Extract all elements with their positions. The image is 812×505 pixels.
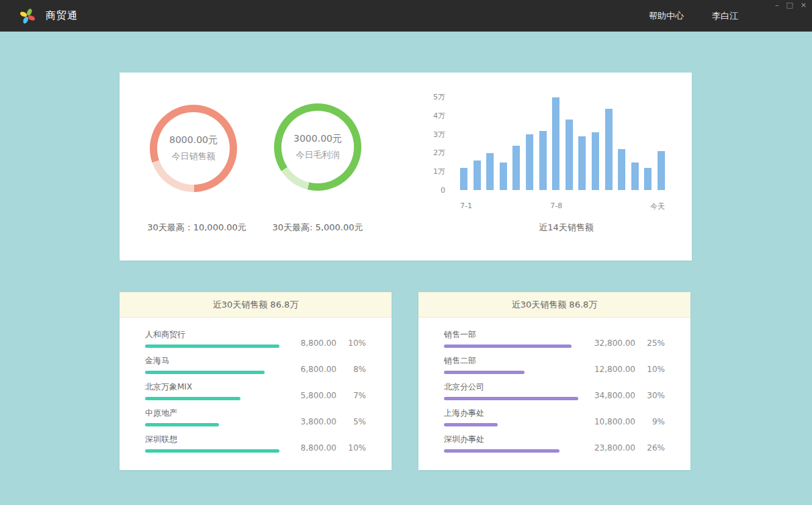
- sales-bar-chart-plot: [460, 97, 665, 190]
- ranking-item-figures: 23,800.0026%: [594, 443, 665, 453]
- chart-bar: [618, 149, 625, 190]
- sales-chart-title: 近14天销售额: [489, 222, 643, 234]
- ranking-item-percent: 26%: [646, 443, 665, 453]
- ranking-item-bar: [444, 345, 572, 348]
- today-profit-donut: 3000.00元 今日毛利润: [274, 103, 361, 191]
- ranking-item-track: [145, 423, 279, 426]
- chart-bar: [644, 168, 651, 190]
- ranking-item-track: [444, 371, 578, 374]
- ranking-item-percent: 10%: [646, 365, 665, 374]
- today-sales-donut: 8000.00元 今日销售额: [150, 105, 237, 192]
- x-tick: 今天: [650, 201, 665, 212]
- ranking-item-figures: 10,800.009%: [594, 417, 665, 426]
- ranking-item-track: [444, 345, 578, 348]
- x-tick: 7-8: [550, 201, 562, 210]
- ranking-row: 深圳联想8,800.0010%: [145, 432, 366, 458]
- today-profit-donut-center: 3000.00元 今日毛利润: [281, 111, 354, 183]
- y-tick: 1万: [433, 168, 445, 176]
- chart-bar: [552, 97, 559, 190]
- ranking-item-bar: [145, 449, 279, 453]
- topbar-links: 帮助中心 李白江: [649, 0, 738, 32]
- ranking-item-track: [444, 423, 578, 426]
- chart-bar: [500, 163, 507, 190]
- ranking-item-figures: 12,800.0010%: [594, 365, 665, 374]
- ranking-item-figures: 3,800.005%: [301, 417, 366, 426]
- maximize-icon[interactable]: □: [786, 1, 793, 9]
- ranking-item-percent: 30%: [646, 391, 665, 400]
- ranking-item-bar: [444, 371, 525, 374]
- chart-bar: [539, 131, 547, 190]
- ranking-row: 销售二部12,800.0010%: [444, 353, 665, 379]
- y-tick: 3万: [433, 131, 445, 139]
- chart-bar: [658, 151, 665, 190]
- chart-bar: [578, 136, 586, 190]
- x-tick: 7-1: [460, 201, 472, 210]
- ranking-item-value: 3,800.00: [301, 417, 336, 426]
- ranking-item-track: [444, 397, 578, 400]
- ranking-item-bar: [145, 345, 279, 348]
- sales-chart-x-axis: 7-1 7-8 今天: [460, 201, 665, 211]
- ranking-item-value: 5,800.00: [301, 391, 336, 400]
- ranking-item-value: 10,800.00: [594, 417, 635, 426]
- ranking-item-value: 32,800.00: [594, 338, 635, 348]
- y-tick: 2万: [433, 149, 445, 157]
- help-center-link[interactable]: 帮助中心: [649, 10, 684, 22]
- ranking-row: 销售一部32,800.0025%: [444, 327, 665, 353]
- ranking-item-bar: [444, 397, 578, 400]
- today-sales-donut-center: 8000.00元 今日销售额: [157, 112, 230, 185]
- ranking-item-percent: 7%: [347, 391, 366, 400]
- ranking-item-percent: 5%: [347, 417, 366, 426]
- ranking-item-track: [145, 397, 279, 400]
- department-ranking-title: 近30天销售额 86.8万: [418, 292, 690, 318]
- ranking-row: 金海马6,800.008%: [145, 353, 366, 379]
- chart-bar: [512, 146, 520, 190]
- window-controls: – □ ×: [775, 1, 807, 9]
- today-profit-value: 3000.00元: [294, 133, 342, 145]
- ranking-item-track: [145, 371, 279, 374]
- ranking-item-percent: 9%: [646, 417, 665, 426]
- ranking-item-percent: 8%: [347, 365, 366, 374]
- customer-sales-ranking-card: 近30天销售额 86.8万 人和商贸行8,800.0010%金海马6,800.0…: [120, 292, 392, 470]
- ranking-item-bar: [145, 371, 265, 374]
- chart-bar: [526, 134, 533, 190]
- ranking-item-percent: 10%: [347, 443, 366, 453]
- today-profit-label: 今日毛利润: [296, 149, 340, 161]
- y-tick: 0: [441, 187, 445, 195]
- ranking-item-figures: 34,800.0030%: [594, 391, 665, 400]
- ranking-item-track: [145, 449, 279, 453]
- ranking-item-percent: 10%: [347, 338, 366, 348]
- ranking-item-bar: [145, 423, 219, 426]
- chart-bar: [592, 132, 599, 190]
- y-tick: 4万: [433, 112, 445, 120]
- chart-bar: [473, 160, 481, 190]
- app-logo: [19, 7, 36, 25]
- ranking-row: 中原地产3,800.005%: [145, 406, 366, 432]
- today-sales-label: 今日销售额: [172, 150, 216, 163]
- customer-ranking-title: 近30天销售额 86.8万: [120, 292, 392, 318]
- chart-bar: [605, 109, 613, 190]
- y-tick: 5万: [433, 93, 445, 101]
- ranking-item-bar: [145, 397, 240, 400]
- chart-bar: [566, 120, 573, 190]
- department-sales-ranking-card: 近30天销售额 86.8万 销售一部32,800.0025%销售二部12,800…: [418, 292, 690, 470]
- today-sales-value: 8000.00元: [169, 134, 218, 146]
- ranking-row: 北京分公司34,800.0030%: [444, 379, 665, 406]
- ranking-item-figures: 6,800.008%: [301, 365, 366, 374]
- ranking-item-value: 8,800.00: [301, 443, 336, 453]
- ranking-row: 深圳办事处23,800.0026%: [444, 432, 665, 458]
- department-ranking-list: 销售一部32,800.0025%销售二部12,800.0010%北京分公司34,…: [418, 318, 690, 458]
- ranking-row: 上海办事处10,800.009%: [444, 406, 665, 432]
- ranking-row: 北京万象MIX5,800.007%: [145, 379, 366, 406]
- chart-bar: [486, 153, 494, 190]
- close-icon[interactable]: ×: [801, 1, 807, 9]
- minimize-icon[interactable]: –: [775, 1, 779, 9]
- ranking-item-value: 6,800.00: [301, 365, 336, 374]
- ranking-item-figures: 8,800.0010%: [301, 443, 366, 453]
- ranking-item-percent: 25%: [646, 338, 665, 348]
- sales-chart-y-axis: 5万 4万 3万 2万 1万 0: [415, 93, 445, 195]
- ranking-item-bar: [444, 449, 559, 453]
- ranking-row: 人和商贸行8,800.0010%: [145, 327, 366, 353]
- overview-card: 8000.00元 今日销售额 30天最高：10,000.00元 3000.00元…: [120, 73, 692, 261]
- ranking-item-value: 23,800.00: [594, 443, 635, 453]
- username-link[interactable]: 李白江: [712, 10, 738, 22]
